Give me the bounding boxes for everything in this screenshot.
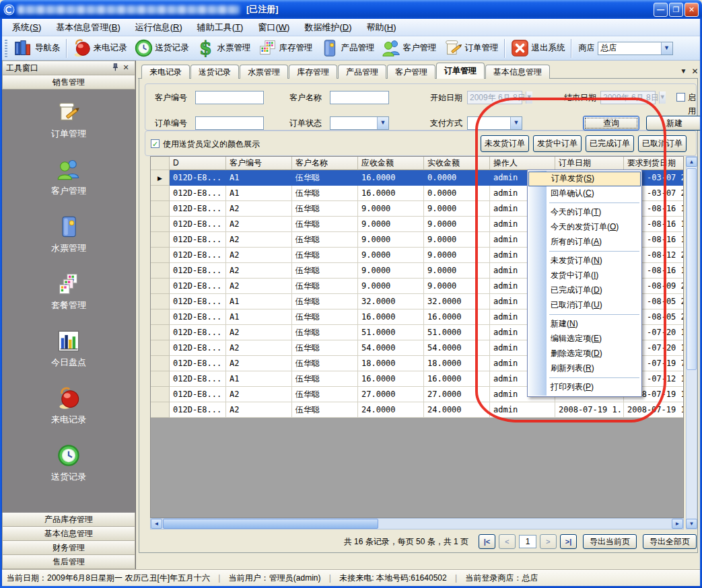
tab-来电记录[interactable]: 来电记录 xyxy=(141,65,190,79)
shop-select[interactable]: 总店 ▼ xyxy=(598,42,673,55)
end-date-picker[interactable]: 2009年 6月 8日 ▼ xyxy=(600,91,656,104)
tab-close-icon[interactable]: ✕ xyxy=(690,67,700,77)
menubar-item[interactable]: 辅助工具(T) xyxy=(190,20,251,36)
customer-no-input[interactable] xyxy=(195,91,264,104)
sidebar-item-combo-mgmt[interactable]: 套餐管理 xyxy=(51,272,86,311)
close-button[interactable]: ✕ xyxy=(685,3,699,17)
toolbar-exit-button[interactable]: 退出系统 xyxy=(507,37,569,59)
horizontal-scroll-thumb[interactable] xyxy=(163,519,378,529)
tab-客户管理[interactable]: 客户管理 xyxy=(387,65,435,79)
toolbar-order-button[interactable]: 订单管理 xyxy=(440,37,502,59)
row-selector[interactable] xyxy=(151,248,170,263)
next-page-button[interactable]: > xyxy=(540,534,557,549)
toolbar-inventory-button[interactable]: 库存管理 xyxy=(254,37,316,59)
toolbar-call-records-button[interactable]: 来电记录 xyxy=(69,37,131,59)
toolbar-product-button[interactable]: 产品管理 xyxy=(316,37,378,59)
scroll-up-icon[interactable]: ▲ xyxy=(686,157,697,167)
table-row[interactable]: 012D-E8...A2伍华聪24.000024.0000admin2008-0… xyxy=(151,402,684,418)
query-button[interactable]: 查询 xyxy=(583,116,639,131)
context-menu-item[interactable]: 已取消订单(U) xyxy=(528,298,641,313)
tab-产品管理[interactable]: 产品管理 xyxy=(338,65,386,79)
menubar-item[interactable]: 数据维护(D) xyxy=(297,20,359,36)
page-number-input[interactable] xyxy=(519,535,536,548)
close-icon[interactable]: ✕ xyxy=(120,63,131,73)
color-display-checkbox[interactable]: ✓ xyxy=(151,139,160,148)
order-status-select[interactable]: ▼ xyxy=(330,116,389,130)
pin-icon[interactable] xyxy=(110,63,120,73)
context-menu-item[interactable]: 发货中订单(I) xyxy=(528,268,641,283)
tab-库存管理[interactable]: 库存管理 xyxy=(289,65,337,79)
sidebar-group-after-sales[interactable]: 售后管理 xyxy=(2,555,135,569)
restore-button[interactable]: ❐ xyxy=(669,3,683,17)
header-operator[interactable]: 操作人 xyxy=(490,157,555,170)
sidebar-item-order-mgmt[interactable]: 订单管理 xyxy=(51,100,86,140)
row-selector[interactable] xyxy=(151,309,170,325)
vertical-scrollbar[interactable]: ▲ ▼ xyxy=(686,156,697,529)
context-menu-item[interactable]: 订单发货(S) xyxy=(528,172,641,186)
context-menu-item[interactable]: 回单确认(C) xyxy=(528,186,641,201)
vertical-scroll-thumb[interactable] xyxy=(687,168,697,370)
row-selector[interactable] xyxy=(151,402,170,418)
row-selector[interactable] xyxy=(151,279,170,294)
chevron-down-icon[interactable]: ▼ xyxy=(661,42,672,54)
sidebar-item-delivery-records[interactable]: 送货记录 xyxy=(51,443,86,483)
enable-checkbox[interactable] xyxy=(676,93,685,102)
row-selector[interactable] xyxy=(151,371,170,387)
header-required-date[interactable]: 要求到货日期 xyxy=(624,157,684,170)
tab-水票管理[interactable]: 水票管理 xyxy=(240,65,288,79)
header-customer-name[interactable]: 客户名称 xyxy=(292,157,358,170)
sidebar-group-sales[interactable]: 销售管理 xyxy=(2,75,135,89)
scroll-down-icon[interactable]: ▼ xyxy=(686,519,697,529)
toolbar-nav-button[interactable]: 导航条 xyxy=(10,37,64,59)
status-filter-button[interactable]: 已取消订单 xyxy=(638,135,687,152)
status-filter-button[interactable]: 已完成订单 xyxy=(586,135,634,152)
minimize-button[interactable]: — xyxy=(654,3,668,17)
menubar-item[interactable]: 运行信息(R) xyxy=(128,20,190,36)
tab-送货记录[interactable]: 送货记录 xyxy=(190,65,239,79)
sidebar-group-product-inventory[interactable]: 产品库存管理 xyxy=(2,513,135,527)
last-page-button[interactable]: >| xyxy=(560,534,577,549)
sidebar-group-finance[interactable]: 财务管理 xyxy=(2,541,135,555)
export-all-pages-button[interactable]: 导出全部页 xyxy=(643,534,697,549)
sidebar-item-water-ticket[interactable]: 水票管理 xyxy=(51,215,86,254)
new-button[interactable]: 新建 xyxy=(646,116,702,131)
context-menu-item[interactable]: 打印列表(P) xyxy=(528,380,641,395)
row-selector[interactable] xyxy=(151,340,170,356)
context-menu-item[interactable]: 删除选定项(D) xyxy=(528,346,641,361)
start-date-picker[interactable]: 2009年 6月 8日 ▼ xyxy=(467,91,522,104)
pay-method-select[interactable]: ▼ xyxy=(467,116,522,130)
row-selector[interactable]: ▶ xyxy=(151,170,170,186)
row-selector[interactable] xyxy=(151,186,170,201)
chevron-down-icon[interactable]: ▼ xyxy=(510,117,522,129)
row-selector[interactable] xyxy=(151,356,170,371)
context-menu-item[interactable]: 今天的发货订单(O) xyxy=(528,220,641,235)
tab-订单管理[interactable]: 订单管理 xyxy=(436,63,485,79)
row-selector[interactable] xyxy=(151,294,170,309)
status-filter-button[interactable]: 未发货订单 xyxy=(481,135,529,152)
first-page-button[interactable]: |< xyxy=(479,534,495,549)
context-menu-item[interactable]: 今天的订单(T) xyxy=(528,205,641,220)
context-menu-item[interactable]: 已完成订单(D) xyxy=(528,283,641,298)
chevron-down-icon[interactable]: ▼ xyxy=(377,117,388,129)
sidebar-item-call-records[interactable]: 来电记录 xyxy=(51,386,86,426)
customer-name-input[interactable] xyxy=(330,91,389,104)
context-menu-item[interactable]: 刷新列表(R) xyxy=(528,361,641,376)
context-menu-item[interactable]: 所有的订单(A) xyxy=(528,235,641,250)
context-menu-item[interactable]: 未发货订单(N) xyxy=(528,254,641,268)
horizontal-scrollbar[interactable]: ◄ ► xyxy=(150,518,684,529)
sidebar-item-customer-mgmt[interactable]: 客户管理 xyxy=(51,157,86,197)
export-current-page-button[interactable]: 导出当前页 xyxy=(583,534,637,549)
tab-基本信息管理[interactable]: 基本信息管理 xyxy=(485,65,550,79)
toolbar-grip[interactable] xyxy=(5,40,7,57)
row-selector[interactable] xyxy=(151,325,170,340)
row-selector[interactable] xyxy=(151,232,170,248)
row-selector[interactable] xyxy=(151,387,170,402)
header-row-selector[interactable] xyxy=(151,157,170,170)
header-order-date[interactable]: 订单日期 xyxy=(555,157,624,170)
prev-page-button[interactable]: < xyxy=(499,534,516,549)
row-selector[interactable] xyxy=(151,263,170,279)
header-customer-no[interactable]: 客户编号 xyxy=(226,157,292,170)
menubar-item[interactable]: 基本信息管理(B) xyxy=(48,20,127,36)
title-bar[interactable]: [已注册] — ❐ ✕ xyxy=(0,0,702,19)
row-selector[interactable] xyxy=(151,217,170,232)
